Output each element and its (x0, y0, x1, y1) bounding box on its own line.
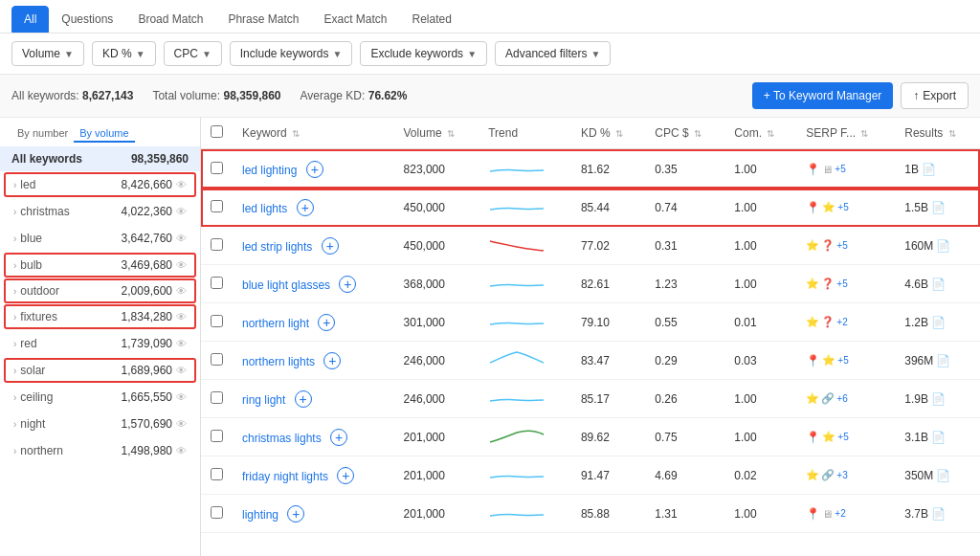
com-cell: 1.00 (724, 495, 796, 533)
com-cell: 1.00 (724, 149, 796, 189)
tab-broad-match[interactable]: Broad Match (125, 6, 215, 33)
sidebar-item-label: solar (20, 364, 121, 377)
com-cell: 1.00 (724, 227, 796, 265)
sidebar-item-fixtures[interactable]: › fixtures 1,834,280 👁 (4, 304, 196, 329)
keyword-link[interactable]: led lights (242, 202, 287, 215)
eye-icon[interactable]: 👁 (176, 206, 187, 217)
volume-cell: 450,000 (394, 189, 479, 227)
tab-questions[interactable]: Questions (49, 6, 125, 33)
keyword-link[interactable]: christmas lights (242, 432, 322, 445)
add-to-list-button[interactable]: + (339, 276, 356, 293)
kd-col-header[interactable]: KD % ⇅ (571, 118, 645, 149)
add-to-list-button[interactable]: + (322, 237, 339, 255)
sort-by-volume[interactable]: By volume (74, 125, 134, 143)
chevron-icon: › (13, 312, 16, 322)
eye-icon[interactable]: 👁 (176, 233, 187, 244)
kd-cell: 91.47 (571, 456, 645, 495)
sidebar-item-solar[interactable]: › solar 1,689,960 👁 (4, 358, 196, 383)
add-to-list-button[interactable]: + (318, 314, 335, 331)
results-col-header[interactable]: Results ⇅ (895, 118, 980, 149)
sidebar-item-bulb[interactable]: › bulb 3,469,680 👁 (4, 253, 196, 278)
summary-bar: All keywords: 8,627,143 Total volume: 98… (0, 75, 980, 118)
serp-col-header[interactable]: SERP F... ⇅ (796, 118, 895, 149)
sidebar-item-ceiling[interactable]: › ceiling 1,665,550 👁 (0, 384, 200, 411)
eye-icon[interactable]: 👁 (176, 311, 187, 322)
keyword-link[interactable]: led strip lights (242, 240, 312, 254)
keyword-link[interactable]: led lighting (242, 164, 297, 177)
keyword-link[interactable]: friday night lights (242, 470, 328, 483)
trend-cell (479, 456, 571, 495)
serp-cell: 📍⭐+5 (796, 189, 895, 227)
add-to-list-button[interactable]: + (297, 199, 314, 216)
sidebar-item-led[interactable]: › led 8,426,660 👁 (4, 172, 196, 197)
include-keywords-filter[interactable]: Include keywords▼ (230, 41, 353, 66)
add-to-list-button[interactable]: + (337, 467, 354, 484)
eye-icon[interactable]: 👁 (176, 179, 187, 190)
sidebar-item-night[interactable]: › night 1,570,690 👁 (0, 411, 200, 437)
sidebar-item-red[interactable]: › red 1,739,090 👁 (0, 330, 200, 357)
tab-phrase-match[interactable]: Phrase Match (215, 6, 311, 33)
cpc-cell: 4.69 (645, 456, 724, 495)
advanced-filters[interactable]: Advanced filters▼ (495, 41, 611, 66)
keyword-link[interactable]: blue light glasses (242, 278, 330, 292)
row-checkbox[interactable] (211, 277, 223, 289)
row-checkbox[interactable] (211, 391, 223, 404)
com-col-header[interactable]: Com. ⇅ (724, 118, 796, 149)
row-checkbox[interactable] (211, 430, 223, 442)
sidebar-item-count: 1,665,550 (122, 390, 172, 404)
com-cell: 1.00 (724, 418, 796, 456)
results-cell: 1.5B📄 (895, 189, 980, 227)
sidebar-item-outdoor[interactable]: › outdoor 2,009,600 👁 (4, 278, 196, 303)
sidebar-item-label: ceiling (20, 390, 121, 404)
row-checkbox[interactable] (211, 353, 223, 366)
chevron-icon: › (13, 286, 16, 297)
keyword-link[interactable]: northern light (242, 317, 309, 330)
row-checkbox[interactable] (211, 162, 223, 174)
add-to-list-button[interactable]: + (295, 390, 312, 408)
eye-icon[interactable]: 👁 (176, 285, 187, 297)
select-all-checkbox[interactable] (211, 125, 223, 138)
cpc-cell: 1.23 (645, 265, 724, 303)
keyword-link[interactable]: ring light (242, 393, 285, 407)
cpc-filter[interactable]: CPC▼ (164, 41, 222, 66)
eye-icon[interactable]: 👁 (176, 338, 187, 349)
eye-icon[interactable]: 👁 (176, 445, 187, 456)
eye-icon[interactable]: 👁 (176, 418, 187, 430)
row-checkbox[interactable] (211, 238, 223, 251)
table-row: ring light + 246,000 85.17 0.26 1.00 ⭐🔗+… (201, 380, 980, 418)
tab-related[interactable]: Related (400, 6, 464, 33)
volume-filter[interactable]: Volume▼ (11, 41, 84, 66)
results-cell: 350M📄 (895, 456, 980, 495)
keyword-manager-button[interactable]: + To Keyword Manager (752, 82, 894, 109)
row-checkbox[interactable] (211, 200, 223, 212)
add-to-list-button[interactable]: + (323, 352, 341, 369)
kd-filter[interactable]: KD %▼ (92, 41, 156, 66)
keyword-col-header[interactable]: Keyword ⇅ (233, 118, 394, 149)
add-to-list-button[interactable]: + (306, 161, 323, 178)
cpc-col-header[interactable]: CPC $ ⇅ (645, 118, 724, 149)
table-row: northern light + 301,000 79.10 0.55 0.01… (201, 303, 980, 342)
tab-all[interactable]: All (11, 6, 49, 33)
export-button[interactable]: ↑ Export (901, 82, 969, 109)
sort-by-number[interactable]: By number (11, 125, 74, 143)
sidebar-item-blue[interactable]: › blue 3,642,760 👁 (0, 225, 200, 252)
row-checkbox[interactable] (211, 468, 223, 480)
eye-icon[interactable]: 👁 (176, 259, 187, 271)
eye-icon[interactable]: 👁 (176, 365, 187, 376)
sidebar-item-christmas[interactable]: › christmas 4,022,360 👁 (0, 198, 200, 225)
row-checkbox[interactable] (211, 315, 223, 327)
keyword-link[interactable]: lighting (242, 508, 278, 522)
volume-col-header[interactable]: Volume ⇅ (394, 118, 479, 149)
keyword-link[interactable]: northern lights (242, 355, 315, 368)
row-checkbox[interactable] (211, 506, 223, 519)
results-cell: 3.1B📄 (895, 418, 980, 456)
tab-exact-match[interactable]: Exact Match (311, 6, 399, 33)
exclude-keywords-filter[interactable]: Exclude keywords▼ (360, 41, 487, 66)
add-to-list-button[interactable]: + (287, 505, 304, 523)
serp-cell: 📍🖥+5 (796, 149, 895, 189)
add-to-list-button[interactable]: + (330, 429, 347, 446)
tab-bar: All Questions Broad Match Phrase Match E… (0, 0, 980, 33)
sidebar-item-northern[interactable]: › northern 1,498,980 👁 (0, 437, 200, 464)
eye-icon[interactable]: 👁 (176, 391, 187, 403)
serp-cell: ⭐❓+5 (796, 265, 895, 303)
